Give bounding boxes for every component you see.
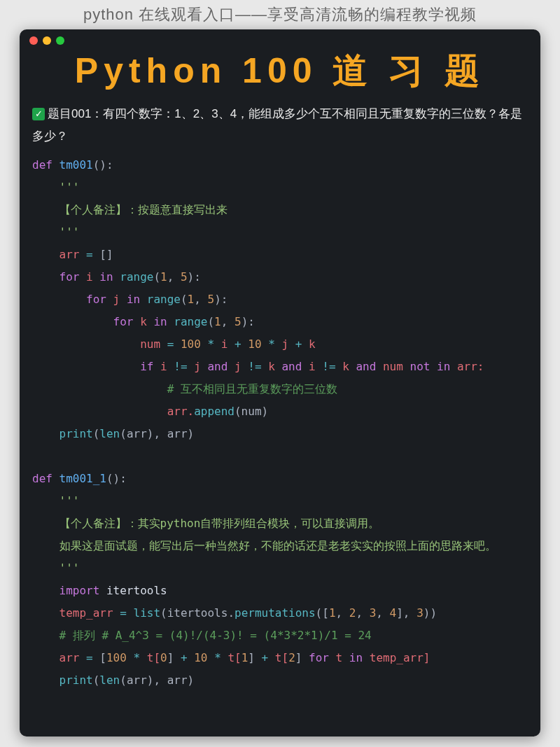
punc: ():: [93, 158, 113, 172]
num: 1: [188, 293, 195, 306]
docstring: 【个人备注】：按题意直接写出来: [32, 203, 227, 216]
op: +: [174, 651, 194, 664]
punc: (itertools.: [160, 606, 234, 620]
sp: [127, 606, 134, 620]
num: 2: [349, 606, 356, 620]
kw: in: [127, 293, 140, 306]
var: num: [32, 337, 167, 351]
punc: ,: [376, 606, 389, 620]
close-icon[interactable]: [29, 36, 38, 45]
var: k: [336, 360, 356, 373]
fn: range: [167, 315, 208, 328]
var: j: [106, 293, 127, 306]
var: i: [153, 360, 174, 373]
op: +: [255, 651, 275, 664]
var: i: [302, 360, 322, 373]
var: i: [221, 337, 228, 351]
code-block: def tm001(): ''' 【个人备注】：按题意直接写出来 ''' arr…: [20, 154, 540, 692]
punc: [: [93, 651, 106, 664]
num: 2: [288, 651, 295, 664]
kw: and: [281, 360, 302, 373]
punc: ,: [194, 293, 207, 306]
docstring: ''': [32, 561, 79, 575]
punc: ):: [214, 293, 227, 306]
code-window: Python 100 道 习 题 ✓题目001：有四个数字：1、2、3、4，能组…: [20, 29, 540, 736]
fn: print: [59, 673, 93, 687]
fn: len: [99, 427, 120, 440]
op: *: [201, 337, 221, 351]
punc: ([: [316, 606, 329, 620]
kw-def: def: [32, 158, 52, 172]
docstring: ''': [32, 494, 79, 508]
num: 5: [207, 293, 214, 306]
indent: [32, 270, 59, 284]
var: k: [262, 360, 282, 373]
num: 0: [160, 651, 167, 664]
var: t[: [147, 651, 160, 664]
fn: print: [59, 427, 93, 440]
comment: # 互不相同且无重复数字的三位数: [32, 382, 337, 396]
punc: ():: [106, 472, 127, 485]
fn: permutations: [234, 606, 316, 620]
var: temp_arr]: [363, 651, 430, 664]
op: +: [227, 337, 248, 351]
punc: ,: [167, 270, 181, 284]
var: i: [79, 270, 99, 284]
kw: in: [349, 651, 363, 664]
fn: range: [140, 293, 181, 306]
fn: list: [134, 606, 161, 620]
var: j: [227, 360, 248, 373]
fn: append: [194, 405, 234, 418]
kw: not: [410, 360, 430, 373]
docstring: 如果这是面试题，能写出后一种当然好，不能的话还是老老实实的按照上面的思路来吧。: [32, 539, 496, 552]
window-titlebar: [20, 29, 540, 48]
comment: # 排列 # A_4^3 = (4)!/(4-3)! = (4*3*2*1)/1…: [32, 629, 372, 642]
kw: for: [113, 315, 134, 328]
docstring: ''': [32, 225, 79, 239]
var: k: [309, 337, 316, 351]
punc: )): [424, 606, 437, 620]
indent: [32, 584, 59, 597]
punc: ):: [188, 270, 201, 284]
var: arr: [32, 248, 86, 261]
punc: (: [153, 270, 160, 284]
num: 3: [416, 606, 424, 620]
fn: range: [113, 270, 154, 284]
var: j: [281, 337, 288, 351]
op: !=: [174, 360, 187, 373]
module: itertools: [99, 584, 167, 597]
punc: (arr), arr): [120, 427, 194, 440]
kw: for: [309, 651, 329, 664]
punc: []: [93, 248, 113, 261]
page-header: python 在线观看入口——享受高清流畅的编程教学视频: [0, 0, 560, 28]
punc: ]: [295, 651, 302, 664]
indent: [32, 673, 59, 687]
var: t[: [227, 651, 241, 664]
op: !=: [248, 360, 261, 373]
var: t: [329, 651, 349, 664]
docstring: 【个人备注】：其实python自带排列组合模块，可以直接调用。: [32, 517, 379, 530]
kw: def: [32, 472, 52, 485]
maximize-icon[interactable]: [56, 36, 64, 45]
sp: [174, 337, 181, 351]
fn-name: tm001: [59, 158, 93, 172]
var: temp_arr: [32, 606, 120, 620]
indent: [32, 293, 86, 306]
punc: ],: [396, 606, 416, 620]
num: 10: [194, 651, 207, 664]
check-icon: ✓: [32, 108, 45, 120]
punc: (num): [234, 405, 268, 418]
fn: len: [99, 673, 120, 687]
num: 4: [390, 606, 397, 620]
punc: ]: [248, 651, 255, 664]
main-title: Python 100 道 习 题: [20, 48, 540, 102]
op: *: [262, 337, 282, 351]
punc: ,: [336, 606, 349, 620]
kw: if: [140, 360, 153, 373]
minimize-icon[interactable]: [43, 36, 51, 45]
kw: and: [207, 360, 227, 373]
num: 100: [106, 651, 127, 664]
punc: (: [93, 427, 100, 440]
punc: ,: [356, 606, 369, 620]
op: =: [120, 606, 127, 620]
